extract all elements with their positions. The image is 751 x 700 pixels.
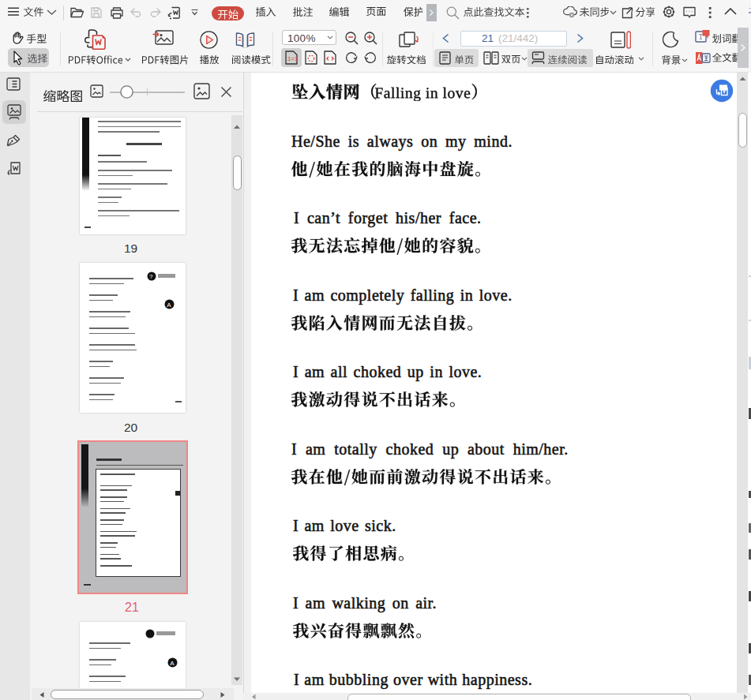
svg-text:1=1: 1=1 (287, 55, 298, 62)
svg-text:A: A (170, 660, 175, 667)
svg-text:A: A (167, 301, 171, 309)
svg-text:?: ? (149, 273, 153, 280)
